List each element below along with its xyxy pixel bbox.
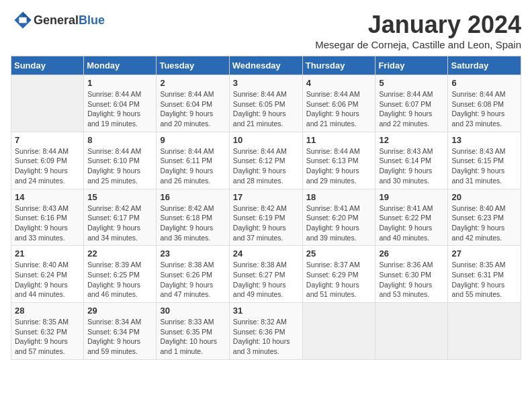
day-number: 13	[451, 135, 517, 145]
daylight-text: Daylight: 9 hours and 39 minutes.	[306, 224, 359, 242]
day-info: Sunrise: 8:44 AM Sunset: 6:04 PM Dayligh…	[87, 89, 152, 129]
table-row: 8 Sunrise: 8:44 AM Sunset: 6:10 PM Dayli…	[84, 132, 157, 189]
sunrise-text: Sunrise: 8:42 AM	[233, 204, 287, 212]
table-row: 27 Sunrise: 8:35 AM Sunset: 6:31 PM Dayl…	[448, 246, 521, 303]
day-number: 24	[233, 248, 299, 259]
day-number: 23	[160, 248, 225, 259]
day-number: 3	[233, 78, 299, 88]
day-number: 10	[233, 135, 299, 145]
day-info: Sunrise: 8:35 AM Sunset: 6:31 PM Dayligh…	[451, 260, 517, 300]
sunset-text: Sunset: 6:27 PM	[233, 271, 285, 279]
table-row: 20 Sunrise: 8:40 AM Sunset: 6:23 PM Dayl…	[448, 189, 521, 246]
daylight-text: Daylight: 10 hours and 3 minutes.	[233, 337, 290, 355]
sunset-text: Sunset: 6:05 PM	[233, 100, 285, 108]
table-row	[375, 303, 448, 360]
calendar-week-row: 14 Sunrise: 8:43 AM Sunset: 6:16 PM Dayl…	[11, 189, 521, 246]
table-row	[302, 303, 375, 360]
day-number: 30	[160, 306, 225, 316]
daylight-text: Daylight: 9 hours and 19 minutes.	[87, 109, 140, 128]
day-info: Sunrise: 8:40 AM Sunset: 6:23 PM Dayligh…	[451, 203, 517, 243]
sunset-text: Sunset: 6:24 PM	[15, 271, 67, 279]
sunset-text: Sunset: 6:30 PM	[379, 271, 431, 279]
sunset-text: Sunset: 6:08 PM	[451, 100, 504, 108]
table-row: 30 Sunrise: 8:33 AM Sunset: 6:35 PM Dayl…	[157, 303, 229, 360]
daylight-text: Daylight: 9 hours and 55 minutes.	[451, 281, 504, 299]
sunset-text: Sunset: 6:31 PM	[451, 271, 504, 279]
daylight-text: Daylight: 9 hours and 36 minutes.	[160, 224, 213, 242]
day-number: 9	[160, 135, 225, 145]
header-friday: Friday	[375, 56, 448, 75]
table-row: 29 Sunrise: 8:34 AM Sunset: 6:34 PM Dayl…	[84, 303, 157, 360]
table-row: 22 Sunrise: 8:39 AM Sunset: 6:25 PM Dayl…	[84, 246, 157, 303]
day-number: 14	[15, 192, 80, 202]
logo-icon	[13, 11, 32, 30]
sunset-text: Sunset: 6:12 PM	[233, 156, 285, 165]
calendar-week-row: 28 Sunrise: 8:35 AM Sunset: 6:32 PM Dayl…	[11, 303, 521, 360]
day-number: 22	[87, 248, 152, 259]
day-info: Sunrise: 8:41 AM Sunset: 6:20 PM Dayligh…	[306, 203, 372, 243]
day-info: Sunrise: 8:44 AM Sunset: 6:13 PM Dayligh…	[306, 146, 372, 186]
daylight-text: Daylight: 9 hours and 59 minutes.	[87, 337, 140, 355]
sunrise-text: Sunrise: 8:39 AM	[87, 261, 141, 269]
day-info: Sunrise: 8:44 AM Sunset: 6:09 PM Dayligh…	[15, 146, 80, 186]
day-number: 25	[306, 248, 372, 259]
day-number: 15	[87, 192, 152, 202]
day-number: 31	[233, 306, 299, 316]
sunset-text: Sunset: 6:14 PM	[379, 156, 431, 165]
sunset-text: Sunset: 6:36 PM	[233, 328, 285, 336]
sunset-text: Sunset: 6:04 PM	[160, 100, 212, 108]
sunrise-text: Sunrise: 8:38 AM	[233, 261, 287, 269]
page-header: GeneralBlue January 2024 Mesegar de Corn…	[11, 11, 521, 50]
sunset-text: Sunset: 6:10 PM	[87, 156, 140, 165]
logo-text: GeneralBlue	[34, 13, 105, 28]
daylight-text: Daylight: 9 hours and 22 minutes.	[379, 109, 432, 128]
table-row: 18 Sunrise: 8:41 AM Sunset: 6:20 PM Dayl…	[302, 189, 375, 246]
day-info: Sunrise: 8:38 AM Sunset: 6:27 PM Dayligh…	[233, 260, 299, 300]
day-info: Sunrise: 8:34 AM Sunset: 6:34 PM Dayligh…	[87, 317, 152, 357]
daylight-text: Daylight: 9 hours and 53 minutes.	[379, 281, 432, 299]
daylight-text: Daylight: 9 hours and 21 minutes.	[306, 109, 359, 128]
sunrise-text: Sunrise: 8:43 AM	[379, 147, 433, 155]
sunrise-text: Sunrise: 8:38 AM	[160, 261, 214, 269]
day-info: Sunrise: 8:40 AM Sunset: 6:24 PM Dayligh…	[15, 260, 80, 300]
sunrise-text: Sunrise: 8:43 AM	[15, 204, 69, 212]
day-info: Sunrise: 8:44 AM Sunset: 6:12 PM Dayligh…	[233, 146, 299, 186]
sunrise-text: Sunrise: 8:41 AM	[306, 204, 360, 212]
sunrise-text: Sunrise: 8:44 AM	[160, 90, 214, 98]
day-number: 16	[160, 192, 225, 202]
day-info: Sunrise: 8:44 AM Sunset: 6:04 PM Dayligh…	[160, 89, 225, 129]
table-row: 23 Sunrise: 8:38 AM Sunset: 6:26 PM Dayl…	[157, 246, 229, 303]
sunrise-text: Sunrise: 8:40 AM	[451, 204, 505, 212]
table-row: 19 Sunrise: 8:41 AM Sunset: 6:22 PM Dayl…	[375, 189, 448, 246]
table-row: 2 Sunrise: 8:44 AM Sunset: 6:04 PM Dayli…	[157, 75, 229, 132]
day-info: Sunrise: 8:44 AM Sunset: 6:07 PM Dayligh…	[379, 89, 444, 129]
sunrise-text: Sunrise: 8:42 AM	[160, 204, 214, 212]
sunset-text: Sunset: 6:13 PM	[306, 156, 359, 165]
table-row: 17 Sunrise: 8:42 AM Sunset: 6:19 PM Dayl…	[229, 189, 302, 246]
sunset-text: Sunset: 6:25 PM	[87, 271, 140, 279]
svg-rect-2	[19, 17, 26, 23]
day-number: 7	[15, 135, 80, 145]
sunrise-text: Sunrise: 8:44 AM	[306, 147, 360, 155]
sunrise-text: Sunrise: 8:34 AM	[87, 318, 141, 326]
sunrise-text: Sunrise: 8:43 AM	[451, 147, 505, 155]
sunrise-text: Sunrise: 8:33 AM	[160, 318, 214, 326]
table-row: 10 Sunrise: 8:44 AM Sunset: 6:12 PM Dayl…	[229, 132, 302, 189]
day-number: 6	[451, 78, 517, 88]
table-row: 14 Sunrise: 8:43 AM Sunset: 6:16 PM Dayl…	[11, 189, 84, 246]
sunrise-text: Sunrise: 8:32 AM	[233, 318, 287, 326]
table-row: 3 Sunrise: 8:44 AM Sunset: 6:05 PM Dayli…	[229, 75, 302, 132]
table-row: 16 Sunrise: 8:42 AM Sunset: 6:18 PM Dayl…	[157, 189, 229, 246]
daylight-text: Daylight: 9 hours and 44 minutes.	[15, 281, 68, 299]
daylight-text: Daylight: 9 hours and 46 minutes.	[87, 281, 140, 299]
header-thursday: Thursday	[302, 56, 375, 75]
daylight-text: Daylight: 9 hours and 47 minutes.	[160, 281, 213, 299]
sunrise-text: Sunrise: 8:35 AM	[15, 318, 69, 326]
sunrise-text: Sunrise: 8:44 AM	[379, 90, 433, 98]
daylight-text: Daylight: 9 hours and 40 minutes.	[379, 224, 432, 242]
day-number: 1	[87, 78, 152, 88]
sunrise-text: Sunrise: 8:44 AM	[87, 147, 141, 155]
daylight-text: Daylight: 9 hours and 21 minutes.	[233, 109, 286, 128]
day-info: Sunrise: 8:35 AM Sunset: 6:32 PM Dayligh…	[15, 317, 80, 357]
daylight-text: Daylight: 9 hours and 28 minutes.	[233, 167, 286, 185]
